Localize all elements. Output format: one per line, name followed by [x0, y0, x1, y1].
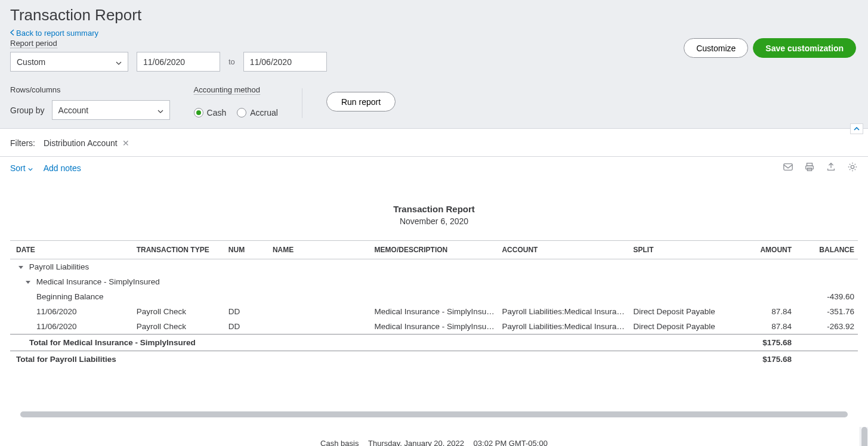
export-icon[interactable] [826, 162, 836, 174]
report-body: Filters: Distribution Account ✕ Sort Add… [0, 128, 868, 446]
vertical-divider [302, 88, 302, 118]
cash-radio[interactable]: Cash [194, 108, 227, 117]
email-icon[interactable] [783, 162, 793, 174]
accounting-method-block: Accounting method Cash Accrual [194, 85, 278, 117]
group-by-label: Group by [10, 106, 45, 115]
table-row[interactable]: 11/06/2020 Payroll Check DD Medical Insu… [10, 304, 858, 319]
col-balance[interactable]: BALANCE [795, 241, 858, 259]
total-label: Total for Medical Insurance - SimplyInsu… [10, 335, 736, 351]
total-label: Total for Payroll Liabilities [10, 351, 736, 368]
filters-label: Filters: [10, 138, 35, 148]
group-by-select[interactable]: Account [52, 100, 170, 120]
group-by-value: Account [58, 106, 89, 115]
period-preset-value: Custom [17, 57, 45, 67]
secondary-filter-row: Rows/columns Group by Account Accounting… [10, 85, 858, 120]
report-panel: Transaction Report November 6, 2020 DATE… [10, 180, 858, 407]
vertical-scrollbar[interactable] [860, 427, 868, 446]
cell-account: Payroll Liabilities:Medical Insura… [498, 304, 629, 319]
sort-dropdown[interactable]: Sort [10, 163, 33, 173]
table-row[interactable]: 11/06/2020 Payroll Check DD Medical Insu… [10, 319, 858, 335]
cell-ttype: Payroll Check [133, 319, 225, 335]
accrual-radio-label: Accrual [250, 108, 278, 117]
chevron-left-icon [10, 29, 14, 38]
cell-date: 11/06/2020 [10, 319, 133, 335]
beginning-balance-value: -439.60 [795, 289, 858, 304]
run-report-block: Run report [326, 85, 396, 112]
col-amount[interactable]: AMOUNT [736, 241, 795, 259]
report-table: DATE TRANSACTION TYPE NUM NAME MEMO/DESC… [10, 240, 858, 367]
rows-columns-block: Rows/columns Group by Account [10, 85, 170, 120]
to-date-value: 11/06/2020 [250, 57, 292, 67]
table-header-row: DATE TRANSACTION TYPE NUM NAME MEMO/DESC… [10, 241, 858, 259]
add-notes-link[interactable]: Add notes [44, 163, 81, 173]
cash-radio-label: Cash [207, 108, 227, 117]
customize-button[interactable]: Customize [684, 38, 748, 58]
report-table-wrap: DATE TRANSACTION TYPE NUM NAME MEMO/DESC… [10, 240, 858, 367]
group-row-medical-insurance[interactable]: Medical Insurance - SimplyInsured [10, 274, 858, 289]
to-label: to [228, 57, 235, 66]
cell-name [269, 304, 371, 319]
run-report-button[interactable]: Run report [326, 92, 396, 112]
from-date-input[interactable]: 11/06/2020 [137, 52, 220, 72]
remove-filter-icon[interactable]: ✕ [122, 138, 129, 148]
group-row-payroll-liabilities[interactable]: Payroll Liabilities [10, 259, 858, 275]
col-memo[interactable]: MEMO/DESCRIPTION [371, 241, 499, 259]
cell-num: DD [225, 304, 269, 319]
total-amount: $175.68 [736, 335, 795, 351]
collapse-header-toggle[interactable] [850, 123, 863, 134]
chevron-down-icon [157, 106, 163, 115]
rows-columns-label: Rows/columns [10, 85, 61, 94]
cell-amount: 87.84 [736, 319, 795, 335]
col-account[interactable]: ACCOUNT [498, 241, 629, 259]
accounting-method-label: Accounting method [194, 85, 260, 95]
filter-chip-distribution-account: Distribution Account ✕ [44, 138, 129, 148]
svg-rect-2 [806, 166, 814, 169]
footer-basis: Cash basis [320, 439, 359, 446]
accrual-radio[interactable]: Accrual [237, 108, 278, 117]
svg-rect-0 [784, 164, 792, 171]
svg-point-4 [851, 165, 854, 168]
filter-chip-label: Distribution Account [44, 138, 118, 148]
chevron-down-icon [116, 57, 122, 67]
report-title: Transaction Report [10, 204, 858, 214]
print-icon[interactable] [804, 162, 815, 174]
report-period-label: Report period [10, 39, 57, 48]
cell-ttype: Payroll Check [133, 304, 225, 319]
total-row-medical-insurance: Total for Medical Insurance - SimplyInsu… [10, 335, 858, 351]
group-label: Medical Insurance - SimplyInsured [36, 277, 160, 286]
col-split[interactable]: SPLIT [629, 241, 736, 259]
horizontal-scrollbar[interactable] [20, 411, 848, 417]
cell-memo: Medical Insurance - SimplyInsur… [371, 319, 499, 335]
col-transaction-type[interactable]: TRANSACTION TYPE [133, 241, 225, 259]
total-row-payroll-liabilities: Total for Payroll Liabilities $175.68 [10, 351, 858, 368]
cell-balance: -351.76 [795, 304, 858, 319]
page-title: Transaction Report [10, 6, 858, 24]
footer-time: 03:02 PM GMT-05:00 [474, 439, 548, 446]
chevron-down-icon [28, 163, 33, 173]
footer-date: Thursday, January 20, 2022 [368, 439, 464, 446]
group-label: Payroll Liabilities [29, 262, 89, 271]
col-name[interactable]: NAME [269, 241, 371, 259]
total-amount: $175.68 [736, 351, 795, 368]
header-actions: Customize Save customization [684, 38, 856, 58]
cell-name [269, 319, 371, 335]
radio-dot-icon [194, 108, 203, 117]
report-date: November 6, 2020 [10, 216, 858, 226]
cell-balance: -263.92 [795, 319, 858, 335]
cell-date: 11/06/2020 [10, 304, 133, 319]
save-customization-button[interactable]: Save customization [753, 38, 856, 58]
col-date[interactable]: DATE [10, 241, 133, 259]
back-to-summary-link[interactable]: Back to report summary [10, 29, 98, 38]
report-header-strip: Transaction Report Back to report summar… [0, 0, 868, 128]
cell-memo: Medical Insurance - SimplyInsured [371, 304, 499, 319]
radio-dot-icon [237, 108, 246, 117]
beginning-balance-row: Beginning Balance -439.60 [10, 289, 858, 304]
period-preset-select[interactable]: Custom [10, 52, 128, 72]
gear-icon[interactable] [847, 162, 858, 174]
from-date-value: 11/06/2020 [143, 57, 185, 67]
active-filters-line: Filters: Distribution Account ✕ [0, 129, 868, 151]
to-date-input[interactable]: 11/06/2020 [243, 52, 327, 72]
col-num[interactable]: NUM [225, 241, 269, 259]
report-footer-line: Cash basis Thursday, January 20, 2022 03… [0, 439, 868, 446]
caret-down-icon [18, 266, 23, 269]
